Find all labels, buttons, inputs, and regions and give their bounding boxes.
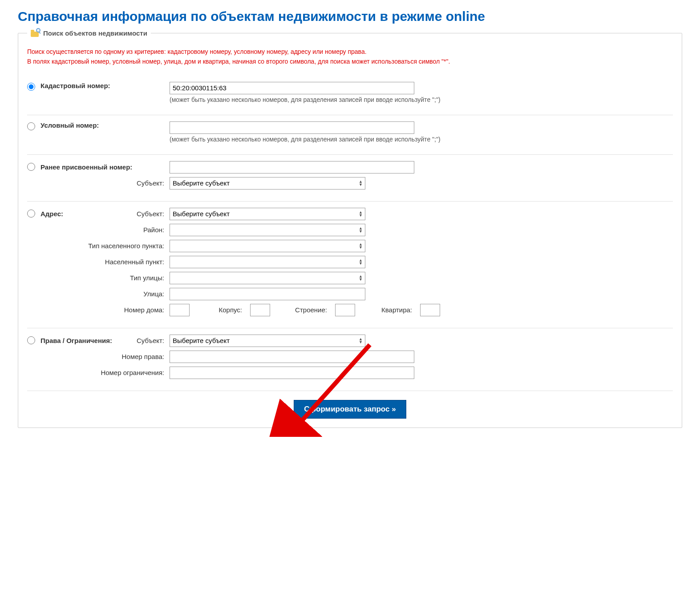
submit-button[interactable]: Сформировать запрос » bbox=[294, 400, 406, 419]
radio-conditional[interactable] bbox=[27, 122, 35, 130]
label-cadastral: Кадастровый номер: bbox=[40, 82, 170, 89]
label-flat: Квартира: bbox=[363, 306, 412, 314]
section-cadastral: Кадастровый номер: (может быть указано н… bbox=[27, 76, 673, 115]
label-street-type: Тип улицы: bbox=[40, 274, 170, 282]
label-conditional: Условный номер: bbox=[40, 121, 170, 129]
legend-text: Поиск объектов недвижимости bbox=[43, 29, 147, 37]
section-previous: Ранее присвоенный номер: Субъект: Выбери… bbox=[27, 155, 673, 202]
info-line-2: В полях кадастровый номер, условный номе… bbox=[27, 56, 673, 66]
label-corpus: Корпус: bbox=[198, 306, 242, 314]
input-street[interactable] bbox=[170, 288, 365, 300]
label-settlement-type: Тип населенного пункта: bbox=[40, 242, 170, 250]
label-house: Номер дома: bbox=[40, 306, 170, 314]
search-fieldset: Поиск объектов недвижимости Поиск осущес… bbox=[18, 33, 682, 428]
folder-search-icon bbox=[31, 28, 40, 38]
label-previous: Ранее присвоенный номер: bbox=[40, 163, 170, 171]
label-restriction-number: Номер ограничения: bbox=[40, 369, 170, 376]
radio-address[interactable] bbox=[27, 210, 35, 218]
label-address-subject: Субъект: bbox=[137, 210, 164, 218]
input-previous[interactable] bbox=[170, 161, 414, 173]
input-building[interactable] bbox=[335, 304, 355, 316]
fieldset-legend: Поиск объектов недвижимости bbox=[27, 28, 151, 38]
label-street: Улица: bbox=[40, 290, 170, 298]
hint-conditional: (может быть указано несколько номеров, д… bbox=[170, 136, 441, 143]
label-rights: Права / Ограничения: bbox=[40, 337, 112, 344]
input-restriction-number[interactable] bbox=[170, 367, 414, 379]
select-settlement-type[interactable] bbox=[170, 240, 365, 252]
select-settlement[interactable] bbox=[170, 256, 365, 268]
input-conditional[interactable] bbox=[170, 121, 414, 134]
label-address: Адрес: bbox=[40, 210, 63, 218]
select-address-subject[interactable]: Выберите субъект bbox=[170, 208, 365, 220]
label-building: Строение: bbox=[278, 306, 327, 314]
input-cadastral[interactable] bbox=[170, 82, 414, 94]
label-previous-subject: Субъект: bbox=[40, 179, 170, 187]
page-title: Справочная информация по объектам недвиж… bbox=[18, 9, 682, 24]
section-rights: Права / Ограничения: Субъект: Выберите с… bbox=[27, 328, 673, 391]
select-district[interactable] bbox=[170, 224, 365, 236]
radio-cadastral[interactable] bbox=[27, 83, 35, 91]
radio-previous[interactable] bbox=[27, 163, 35, 171]
select-rights-subject[interactable]: Выберите субъект bbox=[170, 335, 365, 347]
select-street-type[interactable] bbox=[170, 272, 365, 284]
label-settlement: Населенный пункт: bbox=[40, 258, 170, 266]
radio-rights[interactable] bbox=[27, 336, 35, 344]
select-previous-subject[interactable]: Выберите субъект bbox=[170, 177, 365, 190]
label-district: Район: bbox=[40, 226, 170, 234]
input-corpus[interactable] bbox=[250, 304, 270, 316]
section-address: Адрес: Субъект: Выберите субъект ▲▼ Райо… bbox=[27, 202, 673, 328]
info-block: Поиск осуществляется по одному из критер… bbox=[27, 47, 673, 67]
hint-cadastral: (может быть указано несколько номеров, д… bbox=[170, 96, 441, 103]
section-conditional: Условный номер: (может быть указано неск… bbox=[27, 115, 673, 155]
input-right-number[interactable] bbox=[170, 351, 414, 363]
input-house[interactable] bbox=[170, 304, 190, 316]
label-rights-subject: Субъект: bbox=[137, 337, 164, 344]
input-flat[interactable] bbox=[420, 304, 440, 316]
info-line-1: Поиск осуществляется по одному из критер… bbox=[27, 47, 673, 56]
label-right-number: Номер права: bbox=[40, 353, 170, 360]
